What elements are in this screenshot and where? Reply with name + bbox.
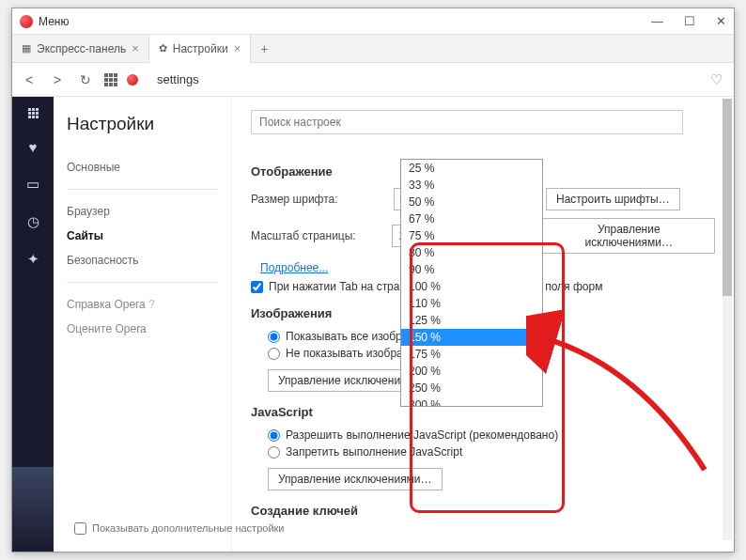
tab-settings[interactable]: ✿ Настройки × [149, 35, 251, 63]
zoom-option[interactable]: 90 % [401, 261, 542, 278]
new-tab-button[interactable]: + [251, 41, 277, 56]
menu-button[interactable]: Меню [39, 15, 69, 28]
tab-label: Экспресс-панель [37, 42, 126, 55]
tab-label: Настройки [173, 42, 228, 55]
zoom-option[interactable]: 25 % [401, 160, 542, 177]
show-advanced-row[interactable]: Показывать дополнительные настройки [74, 521, 285, 535]
zoom-option[interactable]: 67 % [401, 210, 542, 227]
zoom-option[interactable]: 80 % [401, 244, 542, 261]
reload-button[interactable]: ↻ [76, 72, 95, 87]
radio[interactable] [268, 429, 280, 442]
gear-icon: ✿ [159, 42, 167, 54]
radio[interactable] [268, 331, 280, 343]
font-size-label: Размер шрифта: [251, 193, 382, 206]
customize-fonts-button[interactable]: Настроить шрифты… [546, 188, 680, 210]
nav-rate[interactable]: Оцените Opera [67, 317, 218, 341]
zoom-option[interactable]: 75 % [401, 227, 542, 244]
zoom-option[interactable]: 150 % [401, 329, 542, 346]
nav-security[interactable]: Безопасность [67, 248, 218, 272]
zoom-option[interactable]: 250 % [401, 380, 542, 397]
nav-sites[interactable]: Сайты [67, 224, 218, 248]
zoom-dropdown-list[interactable]: 25 %33 %50 %67 %75 %80 %90 %100 %110 %12… [400, 159, 543, 407]
zoom-option[interactable]: 200 % [401, 363, 542, 380]
zoom-option[interactable]: 175 % [401, 346, 542, 363]
radio-label: Запретить выполнение JavaScript [286, 445, 462, 459]
content-area: ♥ ▭ ◷ ✦ Настройки Основные Браузер Сайты… [12, 97, 734, 552]
grid-icon: ▦ [22, 42, 31, 54]
window-controls: — ☐ ✕ [651, 14, 726, 28]
zoom-option[interactable]: 100 % [401, 278, 542, 295]
titlebar: Меню — ☐ ✕ [12, 8, 734, 35]
opera-logo-icon [20, 15, 33, 28]
settings-search-input[interactable] [251, 110, 683, 134]
back-button[interactable]: < [20, 72, 39, 87]
rail-history-icon[interactable]: ◷ [27, 213, 39, 230]
js-deny-radio[interactable]: Запретить выполнение JavaScript [268, 445, 715, 459]
settings-nav: Настройки Основные Браузер Сайты Безопас… [54, 97, 232, 552]
settings-main: Отображение Размер шрифта: Средний ▾ Нас… [232, 97, 734, 552]
forward-button[interactable]: > [48, 72, 67, 87]
show-advanced-checkbox[interactable] [74, 522, 86, 535]
tab-highlight-checkbox[interactable] [251, 281, 263, 293]
learn-more-link[interactable]: Подробнее... [260, 261, 328, 274]
tab-speed-dial[interactable]: ▦ Экспресс-панель × [12, 35, 149, 63]
speed-dial-icon[interactable] [104, 73, 117, 86]
section-keys: Создание ключей [251, 504, 715, 518]
tab-strip: ▦ Экспресс-панель × ✿ Настройки × + [12, 35, 734, 63]
nav-basic[interactable]: Основные [67, 155, 218, 179]
help-icon: ? [148, 298, 155, 311]
zoom-option[interactable]: 300 % [401, 397, 542, 407]
radio[interactable] [268, 348, 280, 360]
zoom-option[interactable]: 50 % [401, 194, 542, 210]
rail-extensions-icon[interactable]: ✦ [27, 251, 39, 268]
opera-o-icon [127, 74, 138, 86]
settings-pane: Настройки Основные Браузер Сайты Безопас… [54, 97, 734, 552]
js-exceptions-button[interactable]: Управление исключениями… [268, 468, 443, 490]
zoom-option[interactable]: 125 % [401, 312, 542, 329]
rail-speed-dial-icon[interactable] [28, 108, 39, 118]
divider [67, 282, 218, 283]
wallpaper-thumb [12, 467, 54, 552]
zoom-option[interactable]: 110 % [401, 295, 542, 312]
nav-help[interactable]: Справка Opera ? [67, 292, 218, 317]
nav-browser[interactable]: Браузер [67, 199, 218, 224]
scrollbar[interactable] [723, 99, 732, 540]
js-allow-radio[interactable]: Разрешить выполнение JavaScript (рекомен… [268, 428, 715, 442]
radio[interactable] [268, 446, 280, 459]
close-icon[interactable]: × [132, 41, 139, 55]
section-javascript: JavaScript [251, 405, 715, 419]
side-rail: ♥ ▭ ◷ ✦ [12, 97, 54, 552]
rail-heart-icon[interactable]: ♥ [29, 139, 38, 155]
minimize-button[interactable]: — [651, 14, 663, 28]
rail-news-icon[interactable]: ▭ [26, 176, 39, 193]
checkbox-label: Показывать дополнительные настройки [92, 521, 285, 535]
divider [67, 189, 218, 190]
url-input[interactable] [153, 69, 701, 90]
page-title: Настройки [67, 114, 218, 134]
address-bar: < > ↻ ♡ [12, 63, 734, 97]
close-icon[interactable]: × [234, 41, 241, 55]
page-zoom-label: Масштаб страницы: [251, 229, 381, 242]
zoom-exceptions-button[interactable]: Управление исключениями… [542, 218, 715, 254]
browser-window: Меню — ☐ ✕ ▦ Экспресс-панель × ✿ Настрой… [11, 8, 735, 552]
maximize-button[interactable]: ☐ [684, 14, 695, 28]
close-button[interactable]: ✕ [716, 14, 726, 28]
zoom-option[interactable]: 33 % [401, 177, 542, 194]
bookmark-heart-icon[interactable]: ♡ [710, 71, 723, 88]
scrollbar-thumb[interactable] [723, 99, 732, 296]
radio-label: Разрешить выполнение JavaScript (рекомен… [286, 428, 558, 442]
